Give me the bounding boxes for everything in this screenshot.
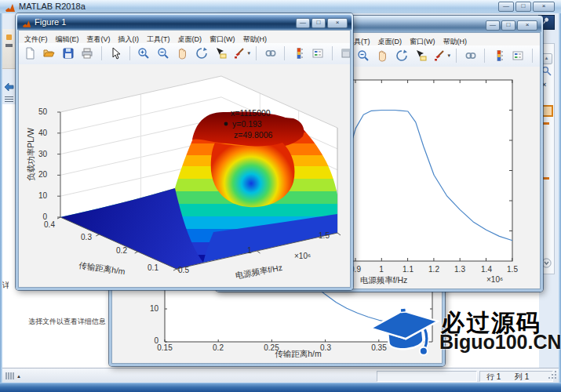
- figure3-axes[interactable]: 100 0.150.20.250.30.35 传输距离h/m: [112, 286, 442, 363]
- rotate-3d-button[interactable]: [194, 45, 209, 61]
- menu-item[interactable]: 文件(F): [20, 33, 52, 44]
- tick-label: 1.4: [476, 265, 497, 274]
- tick-label: 0.15: [154, 343, 176, 352]
- zoom-out-button[interactable]: [355, 48, 371, 64]
- tick-label: 1.5: [502, 265, 523, 274]
- brush-dropdown-icon[interactable]: ▾: [247, 45, 250, 56]
- details-panel: [16, 287, 110, 368]
- list-icon[interactable]: [5, 95, 13, 102]
- main-minimize-button[interactable]: —: [498, 2, 514, 12]
- z-axis-label: 负载功率PL/W: [26, 111, 37, 198]
- details-hint-text: 选择文件以查看详细信息: [28, 317, 106, 327]
- link-plot-button[interactable]: [263, 45, 279, 61]
- close-button[interactable]: ×: [327, 18, 348, 28]
- menu-item[interactable]: 窗口(W): [406, 35, 439, 46]
- tick-label: 0.5: [173, 266, 194, 274]
- main-maximize-button[interactable]: □: [515, 2, 531, 12]
- pan-button[interactable]: [374, 48, 390, 64]
- tick-label: 0.2: [207, 343, 229, 352]
- menu-item[interactable]: 桌面(D): [374, 35, 406, 46]
- figure1-menu-bar: 文件(F)编辑(E)查看(V)插入(I)工具(T)桌面(D)窗口(W)帮助(H): [19, 31, 350, 44]
- menu-item[interactable]: 插入(I): [115, 33, 144, 44]
- status-bar: ▲ 行 1 列 1: [2, 368, 559, 383]
- col-indicator: 列 1: [515, 372, 529, 383]
- close-button[interactable]: ×: [517, 20, 537, 31]
- tick-label: 1.3: [450, 265, 470, 274]
- insert-legend-button[interactable]: [310, 45, 326, 61]
- tick-label: 1.2: [424, 265, 444, 274]
- main-title-bar[interactable]: MATLAB R2018a — □ ×: [0, 0, 561, 14]
- tick-label: 1: [239, 246, 260, 255]
- tick-label: 0.1: [143, 263, 163, 272]
- figure1-title: Figure 1: [35, 17, 66, 27]
- insert-legend-button[interactable]: [510, 48, 526, 64]
- save-button[interactable]: [60, 45, 76, 61]
- resize-grip[interactable]: [548, 368, 557, 382]
- x-axis-label: 传输距离h/m: [251, 349, 345, 360]
- datatip-z: z=49.8006: [234, 130, 272, 140]
- figure1-axes[interactable]: x=1115000 y=0.193 z=49.8006 50403020100 …: [19, 64, 350, 287]
- data-cursor-button[interactable]: [213, 45, 228, 61]
- rotate-3d-button[interactable]: [394, 48, 410, 64]
- tick-label: 0.2: [111, 246, 132, 255]
- menu-item[interactable]: 桌面(D): [174, 33, 206, 44]
- maximize-button[interactable]: □: [501, 20, 515, 31]
- menu-item[interactable]: 查看(V): [83, 33, 115, 44]
- brush-data-button[interactable]: [432, 48, 447, 64]
- figure1-window[interactable]: Figure 1 — □ × 文件(F)编辑(E)查看(V)插入(I)工具(T)…: [16, 13, 353, 290]
- link-plot-button[interactable]: [463, 48, 479, 64]
- current-folder-panel-sliver: [2, 104, 16, 368]
- insert-colorbar-button[interactable]: [491, 48, 507, 64]
- insert-colorbar-button[interactable]: [291, 45, 307, 61]
- tick-label: 10: [138, 304, 158, 313]
- menu-item[interactable]: 编辑(E): [52, 33, 83, 44]
- menu-item[interactable]: 帮助(H): [439, 35, 472, 46]
- maximize-button[interactable]: □: [311, 18, 326, 28]
- main-close-button[interactable]: ×: [533, 2, 555, 12]
- toolstrip-icon-fragment: [6, 34, 12, 40]
- window-bottom-border: [0, 383, 561, 392]
- zoom-in-button[interactable]: [136, 45, 151, 61]
- toolstrip-icon-fragment: [5, 44, 13, 47]
- tick-label: 1.1: [398, 265, 418, 274]
- brush-dropdown-icon[interactable]: ▾: [447, 48, 450, 59]
- brush-data-button[interactable]: [231, 45, 247, 61]
- main-window-title: MATLAB R2018a: [19, 2, 86, 11]
- tick-label: 0.3: [76, 233, 97, 241]
- row-col-indicator: 行 1 列 1: [479, 371, 553, 382]
- menu-item[interactable]: 窗口(W): [206, 33, 239, 44]
- row-indicator: 行 1: [486, 372, 501, 383]
- status-splitter-widget[interactable]: ▲: [5, 372, 21, 379]
- menu-item[interactable]: 帮助(H): [239, 33, 271, 44]
- menu-item[interactable]: 工具(T): [143, 33, 174, 44]
- datatip-y: y=0.193: [232, 119, 262, 129]
- print-button[interactable]: [79, 45, 95, 61]
- details-panel-title-fragment: 详: [2, 280, 9, 291]
- back-arrow-icon[interactable]: [4, 82, 15, 96]
- zoom-out-button[interactable]: [155, 45, 171, 61]
- tick-label: 1: [371, 265, 392, 274]
- tick-label: 1.5: [314, 231, 334, 240]
- data-cursor-button[interactable]: [413, 48, 428, 64]
- tick-label: 0.4: [39, 220, 60, 229]
- minimize-button[interactable]: —: [486, 20, 500, 31]
- hide-plot-tools-button[interactable]: [338, 45, 350, 61]
- toolstrip-fragment: [2, 29, 16, 69]
- edit-pointer-button[interactable]: [107, 45, 123, 61]
- tick-label: 0.35: [368, 343, 390, 352]
- datatip-x: x=1115000: [231, 108, 271, 118]
- new-figure-button[interactable]: [22, 45, 38, 61]
- figure1-title-bar[interactable]: Figure 1 — □ ×: [17, 15, 352, 30]
- pan-button[interactable]: [174, 45, 190, 61]
- datatip-marker[interactable]: [224, 122, 228, 126]
- open-file-button[interactable]: [41, 45, 56, 61]
- hide-plot-tools-button[interactable]: [538, 48, 540, 64]
- x-axis-multiplier: ×10⁶: [486, 275, 518, 284]
- status-panel: [377, 371, 477, 382]
- minimize-button[interactable]: —: [296, 18, 310, 28]
